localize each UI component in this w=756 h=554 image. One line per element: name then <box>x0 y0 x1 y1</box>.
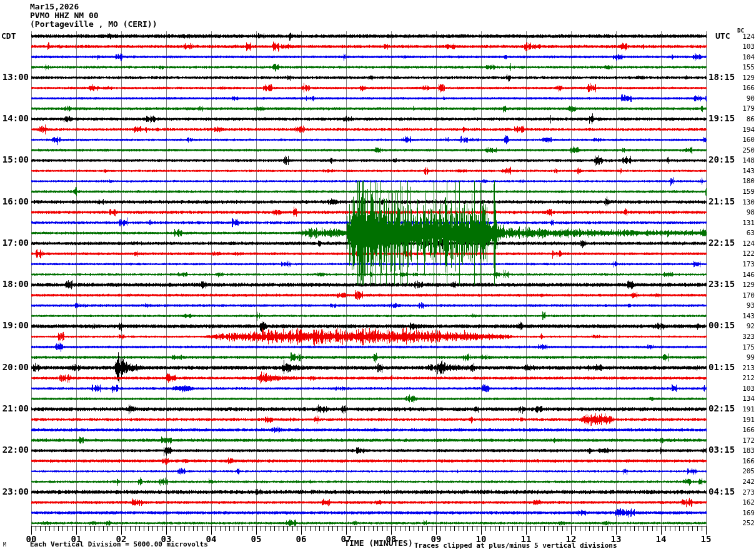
dc-value: 166 <box>731 426 755 433</box>
x-tick-label: 06 <box>287 534 315 544</box>
dc-value: 166 <box>731 84 755 91</box>
dc-value: 134 <box>731 395 755 402</box>
dc-value: 148 <box>731 157 755 164</box>
seismogram-canvas <box>0 0 756 554</box>
left-hour-label: 13:00 <box>0 73 29 81</box>
dc-value: 103 <box>731 43 755 50</box>
dc-value: 166 <box>731 458 755 465</box>
dc-value: 104 <box>731 54 755 61</box>
dc-value: 179 <box>731 105 755 112</box>
helicorder-page: Mar15,2026 PVMO HHZ NM 00 (Portageville … <box>0 0 756 554</box>
left-hour-label: 17:00 <box>0 238 29 247</box>
x-tick-label: 15 <box>692 534 720 544</box>
dc-value: 98 <box>731 209 755 216</box>
left-hour-label: 16:00 <box>0 197 29 206</box>
dc-value: 122 <box>731 250 755 257</box>
title-date: Mar15,2026 <box>30 3 79 11</box>
footer-scale-note: Each Vertical Division = 5000.00 microvo… <box>30 540 208 548</box>
dc-value: 252 <box>731 520 755 526</box>
dc-value: 172 <box>731 437 755 444</box>
dc-value: 129 <box>731 74 755 81</box>
dc-value: 130 <box>731 199 755 206</box>
dc-value: 173 <box>731 261 755 268</box>
dc-value: 155 <box>731 64 755 71</box>
left-hour-label: 20:00 <box>0 363 29 371</box>
dc-value: 213 <box>731 365 755 371</box>
dc-value: 162 <box>731 499 755 506</box>
dc-value: 124 <box>731 240 755 247</box>
left-hour-label: 18:00 <box>0 280 29 288</box>
dc-value: 194 <box>731 126 755 133</box>
timezone-left-label: CDT <box>1 31 16 41</box>
dc-value: 191 <box>731 406 755 413</box>
dc-value: 250 <box>731 147 755 154</box>
left-hour-label: 22:00 <box>0 445 29 454</box>
dc-value: 180 <box>731 178 755 184</box>
dc-value: 273 <box>731 489 755 496</box>
dc-value: 93 <box>731 302 755 309</box>
x-tick-label: 14 <box>647 534 675 544</box>
footer-clip-note: Traces clipped at plus/minus 5 vertical … <box>414 541 617 550</box>
left-hour-label: 21:00 <box>0 404 29 413</box>
dc-value: 99 <box>731 354 755 361</box>
dc-value: 103 <box>731 385 755 392</box>
x-tick-label: 05 <box>242 534 270 544</box>
left-hour-label: 23:00 <box>0 487 29 496</box>
dc-value: 323 <box>731 333 755 340</box>
dc-value: 170 <box>731 292 755 299</box>
dc-value: 86 <box>731 116 755 123</box>
dc-value: 212 <box>731 375 755 381</box>
title-location: (Portageville , MO (CERI)) <box>30 20 157 29</box>
timezone-right-label: UTC <box>715 31 730 41</box>
dc-value: 175 <box>731 344 755 351</box>
left-hour-label: 14:00 <box>0 114 29 123</box>
dc-value: 143 <box>731 313 755 320</box>
dc-value: 146 <box>731 271 755 278</box>
dc-value: 143 <box>731 168 755 174</box>
dc-value: 242 <box>731 478 755 485</box>
dc-value: 169 <box>731 510 755 516</box>
dc-value: 63 <box>731 229 755 236</box>
left-hour-label: 19:00 <box>0 321 29 330</box>
dc-value: 191 <box>731 416 755 423</box>
dc-value: 92 <box>731 323 755 330</box>
watermark-mark: M <box>3 542 6 548</box>
dc-value: 129 <box>731 281 755 288</box>
title-station: PVMO HHZ NM 00 <box>30 11 99 20</box>
dc-value: 183 <box>731 447 755 454</box>
dc-value: 205 <box>731 468 755 475</box>
dc-value: 90 <box>731 95 755 102</box>
left-hour-label: 15:00 <box>0 155 29 164</box>
dc-value: 124 <box>731 33 755 40</box>
dc-value: 131 <box>731 219 755 226</box>
dc-value: 159 <box>731 188 755 195</box>
dc-value: 160 <box>731 136 755 143</box>
